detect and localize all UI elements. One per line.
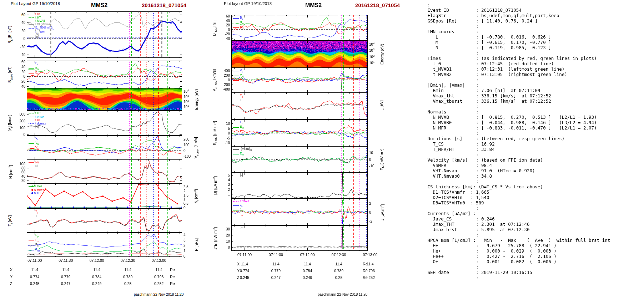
mid-ytick: 0	[218, 28, 230, 32]
event-info-panel: : Event ID : 20161218_071054 FlagStr : b…	[425, 2, 610, 280]
mid-panel-4-ylabel: ELMN [mV m-1]	[212, 121, 218, 145]
mid-ytick: 3	[218, 183, 230, 187]
mid-ytick: 40	[218, 19, 230, 23]
mid-panel-8-ylabel: J*E' [nW m-3]	[212, 227, 217, 250]
mid-pos-value: 11.4	[265, 262, 287, 266]
mid-pos-value: 0.789	[328, 269, 349, 273]
legend-item: JN	[233, 213, 249, 217]
legend-line-sample	[233, 149, 239, 150]
legend-item: J*E'	[233, 227, 245, 230]
mid-ytick-right: 102	[369, 54, 374, 59]
mid-time-tick: 07:11:30	[263, 253, 288, 257]
legend-item: EL	[233, 121, 244, 125]
legend-label: EM	[240, 152, 244, 157]
mid-ytick-right: 0	[369, 210, 371, 214]
mid-panel-2-ylabel: Ve LMN [km/s]	[212, 69, 217, 91]
legend-line-sample	[233, 71, 239, 71]
legend-line-sample	[233, 76, 239, 76]
legend-line-sample	[233, 100, 239, 100]
legend-item: VN	[233, 78, 244, 83]
mid-panel-2-legend: VLVMVN	[233, 69, 244, 83]
mid-pos-value: 11.4	[234, 262, 255, 266]
legend-line-sample	[233, 132, 239, 132]
mid-ytick: 30	[218, 227, 230, 231]
mid-pos-value: 0.25	[328, 275, 349, 280]
mid-pos-value: 11.4	[297, 262, 318, 266]
mid-panel-5-ylabel-right: EM [mW m-2]	[379, 148, 385, 171]
legend-item: EM	[233, 152, 252, 157]
mid-ytick-right: 101	[369, 60, 374, 65]
legend-item: BM	[233, 21, 244, 25]
mid-ytick-right: -2	[369, 219, 372, 223]
mid-ytick: 0	[218, 78, 230, 82]
mid-panel-8-plot	[231, 225, 368, 251]
mid-pos-value: 11.4	[328, 262, 349, 266]
mid-panel-1-ylabel-right: Energy (eV)	[380, 44, 384, 65]
mid-pos-unit: Re	[360, 262, 371, 266]
mid-ytick: 200	[218, 73, 230, 77]
mid-panel-3-ylabel-right: Te [eV]	[379, 100, 384, 112]
mid-ytick-right: 104	[369, 41, 374, 46]
legend-line-sample	[233, 123, 239, 123]
mid-time-tick: 07:11:00	[232, 253, 257, 257]
mid-pos-value: 0.784	[297, 269, 318, 273]
mid-pos-value: 0.245	[234, 275, 255, 280]
legend-line-sample	[233, 201, 239, 202]
legend-label: T	[240, 98, 242, 102]
mid-panel-7-ylabel-right: J [µA m-2]	[379, 204, 384, 220]
legend-item: VM	[233, 73, 244, 78]
mid-panel-0-plot	[231, 15, 368, 40]
legend-label: J*E'	[240, 227, 245, 230]
legend-label: |J|	[240, 173, 243, 177]
mid-panel-4-legend: ELEMEN	[233, 121, 244, 135]
mid-ytick: 2	[218, 188, 230, 192]
legend-line-sample	[233, 215, 239, 215]
legend-item: JM	[233, 208, 249, 213]
mid-time-tick: 07:12:00	[295, 253, 320, 257]
mid-panel-7-legend: t maxJJLJMJN	[233, 200, 249, 217]
mid-panel-6-plot	[231, 172, 368, 199]
legend-item: BL	[233, 16, 244, 21]
legend-line-sample	[233, 23, 239, 23]
mid-panel-0-ylabel: BLMN [nT]	[212, 20, 217, 36]
mid-ytick: -10	[218, 141, 230, 145]
mid-panel-2-plot	[231, 68, 368, 93]
mid-panel-3-plot	[231, 93, 368, 120]
legend-line-sample	[233, 18, 239, 19]
mid-time-tick: 07:12:30	[326, 253, 351, 257]
legend-line-sample	[233, 210, 239, 210]
legend-item: EN	[233, 130, 244, 134]
mid-ytick: 400	[218, 69, 230, 73]
legend-item: |J|	[233, 173, 243, 177]
mid-panel-4-plot	[231, 120, 368, 146]
mid-ytick: -40	[218, 37, 230, 41]
mid-panel-3-legend: T||T	[233, 94, 243, 102]
legend-label: JN	[240, 213, 243, 217]
legend-label: BN	[240, 25, 243, 30]
mid-ytick: 20	[218, 23, 230, 27]
mid-ytick: 10	[218, 122, 230, 126]
mid-ytick: -400	[218, 87, 230, 91]
mid-pos-unit: Re	[360, 275, 371, 280]
mid-ytick: 1	[218, 192, 230, 196]
legend-line-sample	[233, 80, 239, 81]
mid-panel-5-legend: -(VexB)MEM	[233, 147, 252, 157]
legend-label: VN	[240, 78, 243, 83]
mid-ytick: 5	[218, 173, 230, 177]
legend-item: EM	[233, 125, 244, 130]
mid-panel-0-legend: BLBMBN	[233, 16, 244, 30]
mid-ytick: -200	[218, 83, 230, 87]
mid-ytick-right: -10	[369, 164, 374, 168]
legend-item: JL	[233, 203, 249, 208]
mid-pos-value: 0.774	[234, 269, 255, 273]
mid-ytick-right: 0	[369, 158, 371, 162]
legend-line-sample	[233, 154, 239, 154]
mid-ytick: 20	[218, 233, 230, 237]
legend-line-sample	[233, 27, 239, 28]
legend-item: BN	[233, 25, 244, 30]
legend-label: EN	[240, 130, 243, 134]
mid-ytick: 60	[218, 14, 230, 18]
mid-ytick: 5	[218, 127, 230, 131]
mid-ytick: 0	[218, 245, 230, 249]
mid-panel-5-plot	[231, 146, 368, 172]
